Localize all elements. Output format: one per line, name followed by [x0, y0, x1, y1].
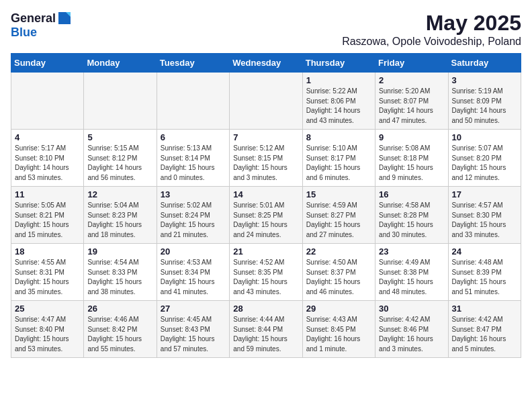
day-number: 27	[161, 304, 226, 314]
day-info: Sunrise: 5:01 AM Sunset: 8:25 PM Dayligh…	[233, 201, 298, 240]
calendar-subtitle: Raszowa, Opole Voivodeship, Poland	[342, 36, 521, 48]
day-number: 22	[306, 246, 371, 257]
calendar-week-row: 11Sunrise: 5:05 AM Sunset: 8:21 PM Dayli…	[11, 187, 521, 244]
day-number: 8	[306, 132, 371, 142]
day-info: Sunrise: 4:57 AM Sunset: 8:30 PM Dayligh…	[452, 201, 517, 240]
day-info: Sunrise: 4:58 AM Sunset: 8:28 PM Dayligh…	[379, 201, 444, 240]
weekday-header-monday: Monday	[84, 54, 157, 73]
day-info: Sunrise: 5:20 AM Sunset: 8:07 PM Dayligh…	[379, 87, 444, 126]
day-info: Sunrise: 4:52 AM Sunset: 8:35 PM Dayligh…	[233, 258, 298, 297]
day-number: 26	[87, 304, 152, 314]
calendar-week-row: 25Sunrise: 4:47 AM Sunset: 8:40 PM Dayli…	[11, 301, 521, 358]
day-info: Sunrise: 4:46 AM Sunset: 8:42 PM Dayligh…	[87, 315, 152, 354]
calendar-cell: 24Sunrise: 4:48 AM Sunset: 8:39 PM Dayli…	[448, 244, 521, 301]
calendar-week-row: 4Sunrise: 5:17 AM Sunset: 8:10 PM Daylig…	[11, 130, 521, 187]
day-number: 6	[161, 132, 226, 142]
day-number: 17	[452, 189, 517, 199]
day-number: 13	[161, 189, 226, 199]
calendar-cell: 14Sunrise: 5:01 AM Sunset: 8:25 PM Dayli…	[230, 187, 302, 244]
logo-blue-text: Blue	[11, 26, 37, 39]
calendar-cell: 15Sunrise: 4:59 AM Sunset: 8:27 PM Dayli…	[302, 187, 375, 244]
day-info: Sunrise: 4:54 AM Sunset: 8:33 PM Dayligh…	[87, 258, 152, 297]
calendar-cell: 17Sunrise: 4:57 AM Sunset: 8:30 PM Dayli…	[448, 187, 521, 244]
calendar-cell: 7Sunrise: 5:12 AM Sunset: 8:15 PM Daylig…	[230, 130, 302, 187]
day-number: 24	[452, 246, 517, 257]
day-info: Sunrise: 4:42 AM Sunset: 8:47 PM Dayligh…	[452, 315, 517, 354]
day-number: 5	[87, 132, 152, 142]
calendar-cell: 23Sunrise: 4:49 AM Sunset: 8:38 PM Dayli…	[375, 244, 448, 301]
day-info: Sunrise: 4:53 AM Sunset: 8:34 PM Dayligh…	[161, 258, 226, 297]
weekday-header-sunday: Sunday	[11, 54, 84, 73]
day-info: Sunrise: 4:44 AM Sunset: 8:44 PM Dayligh…	[233, 315, 298, 354]
calendar-cell: 28Sunrise: 4:44 AM Sunset: 8:44 PM Dayli…	[230, 301, 302, 358]
day-info: Sunrise: 5:15 AM Sunset: 8:12 PM Dayligh…	[87, 144, 152, 183]
day-info: Sunrise: 5:10 AM Sunset: 8:17 PM Dayligh…	[306, 144, 371, 183]
day-number: 7	[233, 132, 298, 142]
day-number: 15	[306, 189, 371, 199]
day-number: 12	[87, 189, 152, 199]
day-number: 1	[306, 75, 371, 85]
calendar-week-row: 18Sunrise: 4:55 AM Sunset: 8:31 PM Dayli…	[11, 244, 521, 301]
day-number: 11	[15, 189, 80, 199]
calendar-cell: 16Sunrise: 4:58 AM Sunset: 8:28 PM Dayli…	[375, 187, 448, 244]
weekday-header-row: SundayMondayTuesdayWednesdayThursdayFrid…	[11, 54, 521, 73]
day-info: Sunrise: 5:04 AM Sunset: 8:23 PM Dayligh…	[87, 201, 152, 240]
day-info: Sunrise: 4:49 AM Sunset: 8:38 PM Dayligh…	[379, 258, 444, 297]
day-info: Sunrise: 5:17 AM Sunset: 8:10 PM Dayligh…	[15, 144, 80, 183]
calendar-cell: 5Sunrise: 5:15 AM Sunset: 8:12 PM Daylig…	[84, 130, 157, 187]
calendar-cell: 2Sunrise: 5:20 AM Sunset: 8:07 PM Daylig…	[375, 73, 448, 130]
day-info: Sunrise: 4:47 AM Sunset: 8:40 PM Dayligh…	[15, 315, 80, 354]
day-info: Sunrise: 4:55 AM Sunset: 8:31 PM Dayligh…	[15, 258, 80, 297]
calendar-cell	[157, 73, 229, 130]
calendar-cell: 18Sunrise: 4:55 AM Sunset: 8:31 PM Dayli…	[11, 244, 84, 301]
calendar-cell: 9Sunrise: 5:08 AM Sunset: 8:18 PM Daylig…	[375, 130, 448, 187]
day-info: Sunrise: 5:22 AM Sunset: 8:06 PM Dayligh…	[306, 87, 371, 126]
logo-icon	[57, 11, 72, 26]
weekday-header-friday: Friday	[375, 54, 448, 73]
calendar-cell: 19Sunrise: 4:54 AM Sunset: 8:33 PM Dayli…	[84, 244, 157, 301]
day-number: 28	[233, 304, 298, 314]
day-number: 19	[87, 246, 152, 257]
day-info: Sunrise: 4:48 AM Sunset: 8:39 PM Dayligh…	[452, 258, 517, 297]
calendar-title: May 2025	[342, 11, 521, 36]
day-info: Sunrise: 5:12 AM Sunset: 8:15 PM Dayligh…	[233, 144, 298, 183]
day-info: Sunrise: 4:59 AM Sunset: 8:27 PM Dayligh…	[306, 201, 371, 240]
calendar-cell: 21Sunrise: 4:52 AM Sunset: 8:35 PM Dayli…	[230, 244, 302, 301]
day-number: 9	[379, 132, 444, 142]
day-number: 4	[15, 132, 80, 142]
day-info: Sunrise: 5:07 AM Sunset: 8:20 PM Dayligh…	[452, 144, 517, 183]
day-number: 16	[379, 189, 444, 199]
calendar-cell: 12Sunrise: 5:04 AM Sunset: 8:23 PM Dayli…	[84, 187, 157, 244]
weekday-header-thursday: Thursday	[302, 54, 375, 73]
calendar-cell	[230, 73, 302, 130]
page-header: General Blue May 2025 Raszowa, Opole Voi…	[11, 11, 521, 48]
day-info: Sunrise: 4:42 AM Sunset: 8:46 PM Dayligh…	[379, 315, 444, 354]
calendar-cell: 10Sunrise: 5:07 AM Sunset: 8:20 PM Dayli…	[448, 130, 521, 187]
day-number: 23	[379, 246, 444, 257]
calendar-cell: 31Sunrise: 4:42 AM Sunset: 8:47 PM Dayli…	[448, 301, 521, 358]
day-info: Sunrise: 5:02 AM Sunset: 8:24 PM Dayligh…	[161, 201, 226, 240]
calendar-cell: 4Sunrise: 5:17 AM Sunset: 8:10 PM Daylig…	[11, 130, 84, 187]
day-info: Sunrise: 4:43 AM Sunset: 8:45 PM Dayligh…	[306, 315, 371, 354]
calendar-cell: 13Sunrise: 5:02 AM Sunset: 8:24 PM Dayli…	[157, 187, 229, 244]
calendar-cell	[84, 73, 157, 130]
day-number: 2	[379, 75, 444, 85]
title-section: May 2025 Raszowa, Opole Voivodeship, Pol…	[342, 11, 521, 48]
day-number: 18	[15, 246, 80, 257]
calendar-cell: 3Sunrise: 5:19 AM Sunset: 8:09 PM Daylig…	[448, 73, 521, 130]
logo-general-text: General	[11, 11, 56, 26]
logo: General Blue	[11, 11, 72, 40]
day-number: 21	[233, 246, 298, 257]
day-number: 31	[452, 304, 517, 314]
day-info: Sunrise: 4:50 AM Sunset: 8:37 PM Dayligh…	[306, 258, 371, 297]
weekday-header-wednesday: Wednesday	[230, 54, 302, 73]
calendar-cell: 1Sunrise: 5:22 AM Sunset: 8:06 PM Daylig…	[302, 73, 375, 130]
day-number: 29	[306, 304, 371, 314]
day-info: Sunrise: 5:13 AM Sunset: 8:14 PM Dayligh…	[161, 144, 226, 183]
calendar-cell: 26Sunrise: 4:46 AM Sunset: 8:42 PM Dayli…	[84, 301, 157, 358]
day-number: 3	[452, 75, 517, 85]
day-number: 20	[161, 246, 226, 257]
calendar-cell: 25Sunrise: 4:47 AM Sunset: 8:40 PM Dayli…	[11, 301, 84, 358]
calendar-table: SundayMondayTuesdayWednesdayThursdayFrid…	[11, 53, 521, 358]
day-info: Sunrise: 5:08 AM Sunset: 8:18 PM Dayligh…	[379, 144, 444, 183]
